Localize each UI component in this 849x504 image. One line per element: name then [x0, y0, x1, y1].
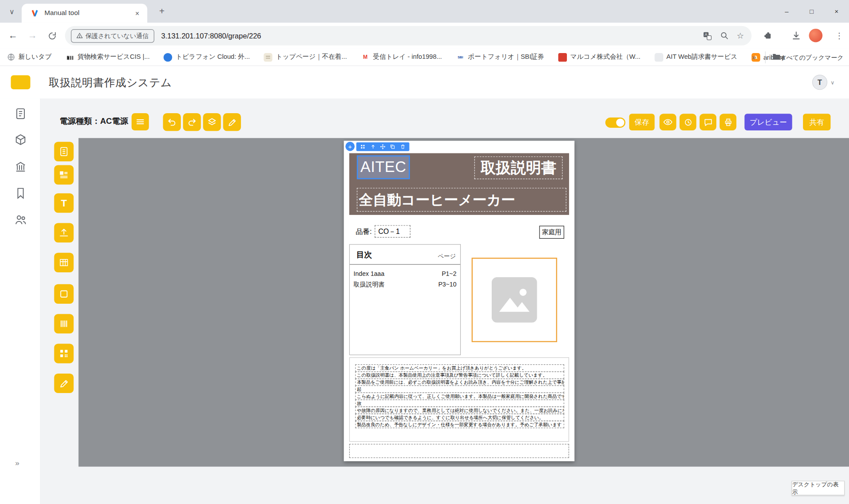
edit-pencil-button[interactable]: [223, 113, 241, 131]
browser-tab[interactable]: Manual tool ×: [22, 4, 147, 23]
sidebar-building-icon[interactable]: [14, 160, 27, 173]
bookmarks-overflow-icon[interactable]: »: [752, 49, 756, 66]
layers-button[interactable]: [203, 113, 221, 131]
cis-favicon: [65, 53, 74, 61]
toppage-favicon: [264, 53, 273, 61]
tool-table-button[interactable]: [54, 253, 73, 272]
app-logo: [11, 75, 30, 89]
bookmark-item[interactable]: SBI ポートフォリオ｜SBI証券: [456, 53, 544, 62]
trash-icon[interactable]: [400, 144, 405, 149]
back-button[interactable]: ←: [7, 29, 19, 42]
intro-notes-block[interactable]: この度は「主食パン ホームベーカリー」をお買上げ頂きありがとうございます。 この…: [349, 357, 569, 442]
comment-button[interactable]: [700, 114, 716, 130]
window-minimize-button[interactable]: –: [774, 0, 799, 23]
sidebar-cube-icon[interactable]: [14, 133, 27, 146]
forward-button[interactable]: →: [26, 29, 39, 42]
toc-table[interactable]: 目次 ページ Index 1aaa P1~2 取扱説明書 P3~10: [349, 244, 461, 355]
bookmark-item[interactable]: トビラフォン Cloud: 外...: [164, 53, 250, 62]
toggle-knob: [616, 118, 624, 126]
note-line[interactable]: この度は「主食パン ホームベーカリー」をお買上げ頂きありがとうございます。: [355, 364, 564, 372]
document-page[interactable]: + AITEC 取扱説明書 全自動コーヒーメーカー 品番: CO－1 家庭用: [344, 141, 575, 461]
browser-toolbar: ← → 保護されていない通信 3.131.201.107:8080/grape/…: [0, 23, 849, 49]
extensions-icon[interactable]: [761, 29, 774, 42]
grid-handle-icon[interactable]: [360, 144, 366, 149]
security-chip-label: 保護されていない通信: [85, 32, 149, 40]
divider: [765, 51, 765, 63]
tool-layout-button[interactable]: [54, 165, 73, 184]
add-block-icon[interactable]: +: [345, 142, 355, 151]
category-tag-element[interactable]: 家庭用: [539, 226, 564, 239]
note-line[interactable]: 本製品をご使用前には、必ずこの取扱説明書をよくお読み頂き、内容を十分にご理解され…: [355, 378, 564, 386]
preview-button[interactable]: プレビュー: [745, 114, 792, 130]
toc-row[interactable]: 取扱説明書 P3~10: [354, 279, 457, 290]
bookmark-star-icon[interactable]: ☆: [737, 31, 744, 41]
toc-row[interactable]: Index 1aaa P1~2: [354, 269, 457, 279]
menu-kebab-icon[interactable]: ⋮: [833, 29, 845, 42]
tab-close-icon[interactable]: ×: [133, 9, 142, 18]
tool-upload-button[interactable]: [54, 223, 73, 242]
doc-title-element[interactable]: 取扱説明書: [474, 157, 563, 179]
empty-placeholder-element[interactable]: [349, 444, 569, 458]
sidebar-bookmark-icon[interactable]: [14, 187, 27, 199]
address-bar[interactable]: 保護されていない通信 3.131.201.107:8080/grape/226 …: [65, 26, 752, 46]
url-text[interactable]: 3.131.201.107:8080/grape/226: [161, 32, 261, 40]
note-line[interactable]: 故: [355, 400, 564, 407]
tab-search-chevron-icon[interactable]: ∨: [7, 6, 17, 16]
menu-button[interactable]: [132, 113, 149, 130]
duplicate-icon[interactable]: [390, 144, 395, 149]
note-line[interactable]: 製品改良のため、予告なしにデザイン・仕様を一部変更する場合があります。予めご了承…: [355, 420, 564, 428]
sidebar-document-icon[interactable]: [14, 107, 27, 120]
note-line[interactable]: この取扱説明書は、本製品使用上の注意事項及び警告事項について詳しく記載しています…: [355, 371, 564, 379]
sidebar-expand-icon[interactable]: »: [15, 458, 19, 467]
zoom-icon[interactable]: [720, 31, 729, 40]
bookmark-item[interactable]: トップページ｜不在着...: [264, 53, 347, 62]
bookmark-item[interactable]: 貨物検索サービスCIS |...: [65, 53, 149, 62]
share-button[interactable]: 共有: [803, 114, 830, 130]
tab-strip: ∨ Manual tool × + – □ ×: [0, 0, 849, 23]
translate-icon[interactable]: A: [703, 31, 712, 40]
image-placeholder-element[interactable]: [472, 258, 557, 342]
new-tab-button[interactable]: +: [156, 5, 168, 17]
user-avatar[interactable]: T: [812, 75, 827, 90]
tool-text-button[interactable]: T: [54, 193, 73, 213]
bookmark-item[interactable]: M 受信トレイ - info1998...: [361, 53, 442, 62]
tool-barcode-button[interactable]: [54, 314, 73, 333]
part-number-element[interactable]: CO－1: [375, 225, 410, 237]
downloads-icon[interactable]: [789, 29, 802, 42]
hamburger-icon: [135, 117, 145, 126]
print-button[interactable]: [719, 114, 736, 130]
mode-toggle[interactable]: [605, 118, 625, 128]
note-line[interactable]: や故障の原因になりますので、業務用としては絶対に使用しないでください。また、一度…: [355, 407, 564, 414]
sidebar-users-icon[interactable]: [14, 213, 27, 226]
move-icon[interactable]: [380, 144, 386, 149]
gmail-favicon: M: [361, 53, 370, 61]
undo-button[interactable]: [163, 113, 181, 131]
tool-draw-button[interactable]: [54, 374, 73, 393]
reload-button[interactable]: [46, 29, 58, 42]
bookmark-item[interactable]: AIT Web請求書サービス: [654, 53, 737, 62]
profile-avatar[interactable]: [809, 29, 822, 42]
bookmark-item[interactable]: 新しいタブ: [7, 53, 52, 62]
note-line[interactable]: こらぬように記載内容に従って、正しくご使用願います。本製品は一般家庭用に開発され…: [355, 393, 564, 400]
square-icon: [58, 289, 69, 299]
tool-page-button[interactable]: [54, 142, 73, 161]
brand-text-element[interactable]: AITEC: [357, 155, 410, 179]
save-button[interactable]: 保存: [629, 114, 655, 130]
all-bookmarks-label[interactable]: すべてのブックマーク: [780, 49, 844, 66]
avatar-chevron-down-icon[interactable]: ∨: [830, 75, 834, 90]
editor-canvas[interactable]: + AITEC 取扱説明書 全自動コーヒーメーカー 品番: CO－1 家庭用: [79, 138, 849, 466]
window-maximize-button[interactable]: □: [799, 0, 824, 23]
folder-icon[interactable]: [772, 53, 781, 61]
security-chip[interactable]: 保護されていない通信: [71, 29, 154, 43]
move-up-icon[interactable]: [370, 144, 375, 149]
note-line[interactable]: 必要時にいつでも確認できるように、すぐに取り出せる場所へ大切に保管してください。: [355, 414, 564, 421]
history-button[interactable]: [680, 114, 696, 130]
tool-shape-button[interactable]: [54, 284, 73, 304]
product-name-element[interactable]: 全自動コーヒーメーカー: [357, 188, 566, 212]
preview-eye-button[interactable]: [659, 114, 676, 130]
tool-qrcode-button[interactable]: [54, 344, 73, 363]
redo-button[interactable]: [183, 113, 201, 131]
note-line[interactable]: 起: [355, 386, 564, 393]
window-close-button[interactable]: ×: [824, 0, 849, 23]
bookmark-item[interactable]: マルコメ株式会社（W...: [558, 53, 640, 62]
